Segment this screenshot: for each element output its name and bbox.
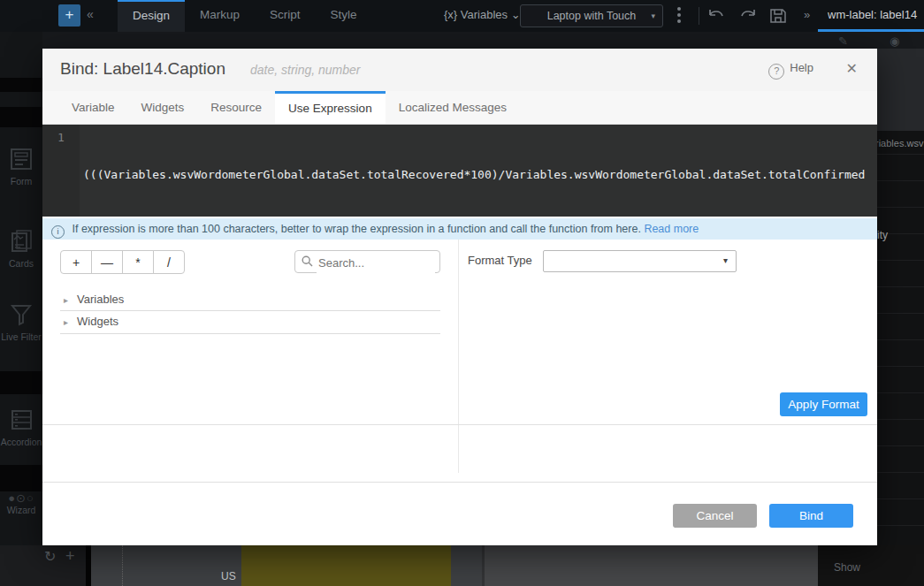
palette-icon[interactable]: ◉ [890,34,899,48]
app-window: + « Design Markup Script Style {x} Varia… [0,0,924,586]
apply-format-button[interactable]: Apply Format [780,392,867,416]
tree-node-label: Widgets [77,315,118,328]
form-icon [8,146,34,172]
device-preview-select[interactable]: Laptop with Touch ▾ [520,4,663,27]
tab-widgets[interactable]: Widgets [128,91,198,124]
palette-footer: ↻ + re [0,545,86,586]
dialog-subtitle: date, string, number [250,63,361,77]
toolbar-divider [699,7,699,25]
device-preview-value: Laptop with Touch [547,10,637,22]
expression-info-bar: i If expression is more than 100 charact… [42,218,877,240]
info-text: If expression is more than 100 character… [72,223,640,235]
help-button[interactable]: ?Help [768,61,813,80]
accordion-icon [8,407,34,433]
operator-minus-button[interactable]: — [91,250,123,274]
editor-mode-tabs: Design Markup Script Style [118,0,372,32]
tab-style[interactable]: Style [316,0,372,32]
tree-node-label: Variables [77,293,124,306]
pencil-icon[interactable]: ✎ [838,34,848,48]
variables-icon: {x} [444,8,457,21]
tab-use-expression[interactable]: Use Expression [275,91,386,124]
search-icon [302,255,313,267]
chevron-down-icon: ▾ [651,5,655,27]
tab-variable[interactable]: Variable [58,91,128,124]
help-label: Help [790,61,813,74]
format-type-select[interactable]: ▾ [543,250,737,272]
add-prefab-icon[interactable]: + [65,547,75,566]
properties-panel-header [877,49,924,131]
canvas-panel [485,545,818,586]
tree-node-widgets[interactable]: ▸Widgets [60,310,440,334]
caret-right-icon: ▸ [64,295,68,305]
tree-node-variables[interactable]: ▸Variables [60,289,440,311]
canvas-guide-line [122,545,123,586]
operator-button-group: + — * / [60,250,185,274]
code-line-1: (((Variables.wsvWordometerGlobal.dataSet… [83,168,865,181]
info-icon: i [51,225,65,239]
sidebar-item-form[interactable]: Form [0,146,42,186]
design-canvas[interactable]: US [91,545,818,586]
read-more-link[interactable]: Read more [644,223,699,235]
chevron-down-icon: ⌄ [511,8,521,21]
wizard-icon: ●⊙○ [0,491,42,505]
redo-icon[interactable] [738,7,758,25]
bind-dialog: Bind: Label14.Caption date, string, numb… [42,49,877,545]
format-type-label: Format Type [468,254,532,267]
tab-localized-messages[interactable]: Localized Messages [386,91,520,124]
bind-dialog-tabs: Variable Widgets Resource Use Expression… [42,91,877,125]
widget-palette-sidebar: Form Cards Live Filter [0,32,42,586]
sidebar-item-label: Live Filter [1,331,42,342]
top-toolbar: + « Design Markup Script Style {x} Varia… [0,0,924,32]
cancel-button[interactable]: Cancel [673,504,757,528]
editor-gutter: 1 [42,125,80,217]
active-panel-underline [818,29,924,32]
operator-plus-button[interactable]: + [60,250,92,274]
dialog-body: + — * / ▸Variables ▸Widgets [42,240,877,473]
tab-design[interactable]: Design [118,0,185,32]
operator-divide-button[interactable]: / [153,250,185,274]
collapse-panel-icon[interactable]: « [87,7,94,21]
undo-icon[interactable] [706,7,726,25]
sidebar-separator [0,465,42,491]
variables-menu[interactable]: {x} Variables ⌄ [444,8,521,21]
tab-script[interactable]: Script [255,0,316,32]
selected-widget-breadcrumb[interactable]: wm-label: label14 [828,8,924,21]
sidebar-item-live-filter[interactable]: Live Filter [0,301,42,342]
sidebar-item-wizard[interactable]: ●⊙○ Wizard [0,491,42,515]
funnel-icon [8,301,34,328]
expression-editor[interactable]: 1 (((Variables.wsvWordometerGlobal.dataS… [42,125,877,217]
save-icon[interactable] [768,7,788,25]
expression-builder-pane: + — * / ▸Variables ▸Widgets [42,240,459,473]
cards-icon [8,228,34,255]
sidebar-item-cards[interactable]: Cards [0,228,42,269]
sidebar-item-label: Form [11,176,33,186]
operator-multiply-button[interactable]: * [122,250,154,274]
search-box [294,250,440,273]
line-number: 1 [57,131,65,144]
property-value-fragment: ity [877,229,888,241]
sidebar-item-label: Accordion [1,437,42,447]
refresh-icon[interactable]: ↻ [44,548,56,565]
canvas-top-band: ✎ ◉ [0,32,924,49]
content-divider [42,424,877,425]
sidebar-item-accordion[interactable]: Accordion [0,407,42,447]
sidebar-item-label: Wizard [7,505,36,515]
help-icon: ? [768,64,784,80]
sidebar-item-label: Cards [9,258,34,269]
expand-panel-icon[interactable]: » [804,8,810,21]
canvas-us-label: US [221,570,236,582]
property-value-fragment: riables.wsv [877,138,923,148]
add-widget-button[interactable]: + [58,4,80,27]
tab-markup[interactable]: Markup [185,0,255,32]
search-input[interactable] [317,252,435,273]
dialog-header: Bind: Label14.Caption date, string, numb… [42,49,877,91]
more-options-icon[interactable] [677,7,681,26]
variables-menu-label: Variables [461,8,508,21]
sidebar-separator [0,78,42,92]
bind-button[interactable]: Bind [769,504,853,528]
show-label: Show [834,561,860,574]
close-icon[interactable]: ✕ [846,60,858,77]
tab-resource[interactable]: Resource [197,91,275,124]
canvas-highlight-bar [241,545,451,586]
chevron-down-icon: ▾ [723,255,728,265]
